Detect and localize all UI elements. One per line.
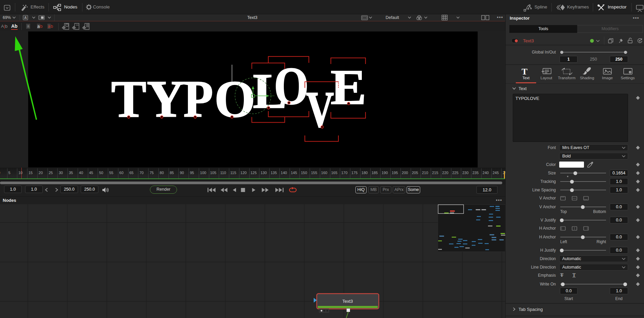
svg-text:V: V (306, 81, 334, 137)
svg-text:T: T (111, 69, 147, 128)
svg-text:Text3: Text3 (342, 299, 353, 304)
svg-text:E: E (331, 59, 367, 115)
svg-text:Y: Y (147, 69, 185, 128)
svg-text:O: O (274, 56, 309, 115)
svg-text:O: O (214, 69, 255, 128)
svg-text:P: P (183, 69, 213, 128)
